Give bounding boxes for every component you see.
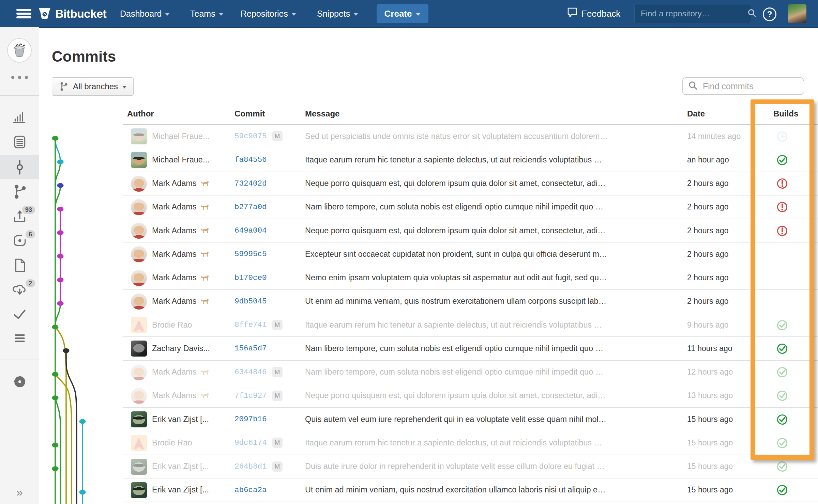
sidebar-item-list[interactable] [0, 327, 39, 349]
commit-hash-link[interactable]: b277a0d [234, 203, 267, 211]
sidebar-item-issues[interactable]: 6 [0, 230, 39, 252]
build-status-icon[interactable] [776, 225, 788, 237]
feedback-button[interactable]: Feedback [567, 0, 620, 27]
sidebar-item-pipelines[interactable]: 2 [0, 279, 39, 301]
commit-hash-link[interactable]: 156a5d7 [234, 344, 267, 353]
bitbucket-logo[interactable]: Bitbucket [37, 0, 106, 27]
top-navbar: Bitbucket Dashboard Teams Repositories S… [0, 0, 818, 28]
nav-dashboard[interactable]: Dashboard [120, 0, 170, 27]
commit-hash-link[interactable]: ab6ca2a [234, 486, 267, 494]
author-avatar [131, 317, 147, 333]
sidebar-item-pull-requests[interactable]: 93 [0, 205, 39, 227]
commit-row: Mark Adams 649a004 Neque porro quisquam … [123, 219, 818, 242]
create-button[interactable]: Create [377, 4, 428, 23]
build-status-icon[interactable] [776, 154, 788, 166]
commit-message: Itaque earum rerum hic tenetur a sapient… [305, 431, 684, 454]
commit-hash-link[interactable]: 649a004 [234, 226, 267, 235]
build-status-icon[interactable] [776, 460, 788, 473]
build-status-icon[interactable] [776, 130, 788, 143]
build-status-icon[interactable] [776, 177, 788, 190]
user-avatar[interactable] [788, 4, 806, 23]
author-avatar [131, 388, 147, 404]
commit-row: Brodie Rao 8ffe741 M Itaque earum rerum … [123, 313, 818, 337]
author-avatar [131, 341, 147, 357]
help-icon[interactable]: ? [763, 7, 776, 21]
commit-hash-link[interactable]: 2097b16 [234, 415, 267, 424]
build-status-icon[interactable] [776, 390, 788, 402]
expand-sidebar-icon[interactable]: » [0, 484, 39, 501]
build-status-icon[interactable] [776, 319, 788, 331]
search-icon[interactable] [747, 8, 757, 19]
commit-icon [12, 159, 28, 175]
build-status-icon[interactable] [776, 366, 788, 378]
author-avatar [131, 128, 147, 144]
build-status-icon[interactable] [776, 437, 788, 449]
repository-avatar[interactable] [7, 38, 32, 63]
build-status-icon[interactable] [776, 248, 788, 261]
commit-date: 2 hours ago [687, 242, 728, 266]
commit-message: Neque porro quisquam est, qui dolorem ip… [305, 384, 684, 407]
commit-date: 2 hours ago [687, 290, 728, 313]
find-commits-input[interactable] [702, 81, 813, 92]
author-name: Mark Adams [152, 202, 197, 211]
author-avatar [131, 199, 147, 215]
commit-message: Excepteur sint occaecat cupidatat non pr… [305, 242, 684, 266]
sidebar-item-overview[interactable] [0, 106, 39, 128]
author-name: Mark Adams [152, 273, 197, 282]
sidebar-item-downloads[interactable] [0, 254, 39, 277]
nav-repositories[interactable]: Repositories [241, 0, 296, 27]
commit-hash-link[interactable]: 9db5045 [234, 297, 267, 306]
author-name: Erik van Zijst [... [152, 485, 209, 494]
author-avatar [131, 270, 147, 286]
branch-filter-button[interactable]: All branches [52, 77, 134, 96]
chevron-down-icon [219, 13, 224, 16]
commit-hash-link[interactable]: 732402d [234, 179, 267, 188]
commit-hash-link[interactable]: 6344846 [234, 368, 267, 377]
sidebar-item-commits[interactable] [0, 155, 39, 179]
commit-hash-link[interactable]: b170ce0 [234, 273, 267, 282]
commit-message: Quis autem vel eum iure reprehenderit qu… [305, 408, 684, 431]
issues-icon [12, 233, 28, 249]
merge-badge: M [272, 367, 283, 377]
build-success-icon [776, 343, 788, 355]
author-name: Brodie Rao [152, 438, 192, 447]
commit-row: Erik van Zijst [... 264b8d1 M Duis aute … [123, 455, 818, 478]
cat-emoji-icon [200, 368, 209, 376]
build-status-icon[interactable] [776, 201, 788, 213]
sidebar-item-branches[interactable] [0, 180, 39, 203]
commit-hash-link[interactable]: 264b8d1 [234, 462, 267, 471]
author-name: Zachary Davis... [152, 344, 210, 353]
build-status-icon[interactable] [776, 413, 788, 426]
build-status-icon[interactable] [776, 484, 788, 496]
build-status-icon[interactable] [776, 343, 788, 355]
cat-emoji-icon [200, 180, 209, 187]
more-options-icon[interactable] [0, 72, 39, 82]
build-status-icon[interactable] [776, 295, 788, 308]
repository-search-input[interactable] [640, 9, 747, 19]
chevron-down-icon [165, 13, 170, 16]
cat-emoji-icon [200, 250, 209, 258]
commit-hash-link[interactable]: 8ffe741 [234, 320, 267, 329]
commit-row: Mark Adams 59995c5 Excepteur sint occaec… [123, 242, 818, 266]
chevron-down-icon [291, 13, 296, 16]
author-name: Brodie Rao [152, 320, 192, 330]
branch-icon [59, 81, 69, 92]
commit-hash-link[interactable]: 9dc6174 [234, 438, 267, 447]
commit-hash-link[interactable]: fa84556 [234, 155, 267, 164]
sidebar-item-source[interactable] [0, 131, 39, 153]
build-status-icon[interactable] [776, 272, 788, 284]
commit-hash-link[interactable]: 59995c5 [234, 250, 267, 258]
build-success-icon [776, 366, 788, 378]
sidebar-item-settings[interactable] [0, 371, 39, 393]
nav-snippets[interactable]: Snippets [317, 0, 358, 27]
commit-hash-link[interactable]: 7f1c927 [234, 391, 267, 400]
commit-date: 2 hours ago [687, 219, 728, 242]
app-switcher-icon[interactable] [16, 9, 31, 18]
nav-teams[interactable]: Teams [190, 0, 224, 27]
commit-hash-link[interactable]: 59c9075 [234, 132, 267, 141]
page-title: Commits [52, 48, 116, 65]
build-success-icon [776, 460, 788, 473]
sidebar-item-checks[interactable] [0, 303, 39, 326]
build-success-icon [776, 390, 788, 402]
checkmark-icon [12, 306, 28, 322]
